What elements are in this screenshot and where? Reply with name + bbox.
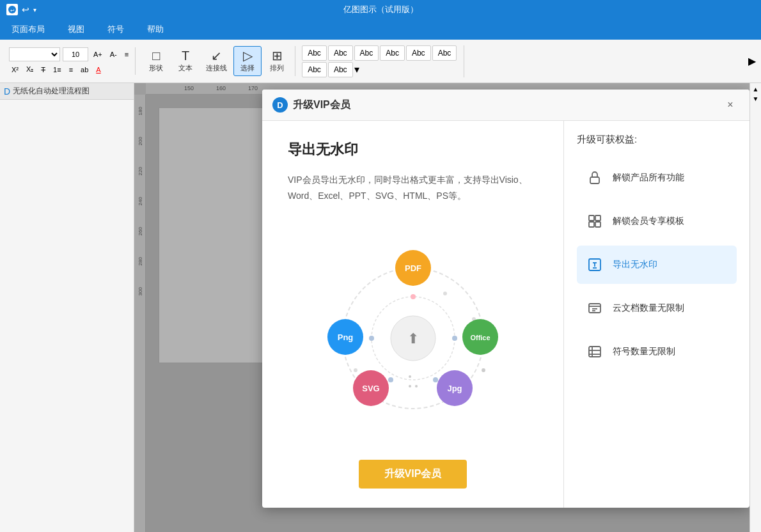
- svg-rect-32: [595, 222, 600, 227]
- shape-btn[interactable]: □ 形状: [142, 47, 170, 75]
- quick-access-undo[interactable]: ↩: [22, 4, 29, 15]
- benefit-symbols-label: 符号数量无限制: [613, 346, 675, 357]
- abc-btn-1[interactable]: Abc: [302, 45, 327, 61]
- vip-modal: D 升级VIP会员 × 导出无水印 VIP会员导出无水印，同时导出格式更丰富，支…: [262, 90, 749, 508]
- strikethrough-btn[interactable]: T: [38, 65, 48, 75]
- font-color-btn[interactable]: A: [93, 65, 103, 75]
- svg-text:SVG: SVG: [362, 384, 379, 393]
- arrange-label: 排列: [270, 63, 284, 73]
- modal-left-section: 导出无水印 VIP会员导出无水印，同时导出格式更丰富，支持导出Visio、Wor…: [262, 121, 564, 508]
- modal-logo: D: [272, 97, 288, 113]
- abc-btn-8[interactable]: Abc: [328, 62, 353, 77]
- quick-access-arrow[interactable]: ▾: [33, 6, 36, 13]
- modal-logo-text: D: [277, 100, 283, 110]
- diagram-svg: ⬆: [317, 236, 509, 428]
- modal-right-section: 升级可获权益: 解锁产品所有功能: [564, 121, 749, 508]
- ab-btn[interactable]: ab: [78, 65, 91, 75]
- scroll-down[interactable]: ▼: [753, 95, 759, 102]
- scrollbar-area: ▲ ▼: [750, 83, 761, 102]
- arrange-icon: ⊞: [272, 49, 283, 62]
- svg-point-6: [411, 294, 416, 299]
- select-label: 选择: [240, 63, 255, 73]
- abc-btn-2[interactable]: Abc: [328, 45, 353, 61]
- benefit-unlock-all[interactable]: 解锁产品所有功能: [577, 159, 737, 197]
- abc-group: Abc Abc Abc Abc Abc Abc Abc Abc ▾: [298, 45, 464, 77]
- superscript-btn[interactable]: X²: [9, 65, 21, 75]
- svg-rect-29: [589, 215, 594, 221]
- font-row-1: A+ A- ≡: [9, 47, 131, 61]
- abc-btn-7[interactable]: Abc: [302, 62, 327, 77]
- svg-point-9: [388, 377, 393, 382]
- toolbar: A+ A- ≡ X² X₂ T 1≡ ≡ ab A □ 形状 T 文本 ↙: [0, 40, 761, 83]
- tab-label[interactable]: 无纸化自动处理流程图: [13, 86, 90, 97]
- upgrade-vip-btn[interactable]: 升级VIP会员: [359, 460, 467, 489]
- font-size-input[interactable]: [63, 47, 88, 61]
- benefit-symbols[interactable]: 符号数量无限制: [577, 332, 737, 371]
- shape-group: □ 形状 T 文本 ↙ 连接线 ▷ 选择 ⊞ 排列: [138, 46, 295, 76]
- svg-point-24: [482, 368, 485, 372]
- svg-point-10: [369, 336, 374, 341]
- text-btn[interactable]: T 文本: [171, 47, 200, 75]
- toolbar-scroll-right[interactable]: ▶: [748, 55, 756, 67]
- modal-description: VIP会员导出无水印，同时导出格式更丰富，支持导出Visio、Word、Exce…: [288, 172, 538, 204]
- modal-title: 升级VIP会员: [293, 98, 721, 112]
- text-icon: T: [182, 49, 189, 62]
- scroll-up[interactable]: ▲: [753, 86, 759, 93]
- align-btn[interactable]: ≡: [122, 49, 131, 59]
- abc-btn-5[interactable]: Abc: [406, 45, 431, 61]
- svg-rect-38: [589, 347, 600, 357]
- shape-icon: □: [152, 49, 160, 62]
- svg-text:Png: Png: [337, 332, 353, 342]
- font-size-decrease[interactable]: A-: [107, 49, 120, 59]
- export-diagram: ⬆: [288, 223, 538, 441]
- svg-rect-31: [589, 222, 594, 227]
- benefit-cloud[interactable]: 云文档数量无限制: [577, 289, 737, 327]
- benefit-templates-label: 解锁会员专享模板: [613, 215, 684, 227]
- modal-body: 导出无水印 VIP会员导出无水印，同时导出格式更丰富，支持导出Visio、Wor…: [262, 121, 749, 508]
- svg-text:⬆: ⬆: [407, 331, 419, 347]
- shape-label: 形状: [149, 63, 163, 73]
- left-sidebar: D 无纸化自动处理流程图: [0, 83, 134, 532]
- svg-point-13: [354, 368, 357, 372]
- list-unordered-btn[interactable]: ≡: [67, 65, 75, 75]
- title-bar-left: ↩ ↩ ▾: [6, 4, 36, 15]
- export-icon: [584, 254, 605, 275]
- svg-point-7: [452, 336, 457, 341]
- arrange-btn[interactable]: ⊞ 排列: [263, 47, 291, 75]
- abc-btn-4[interactable]: Abc: [380, 45, 405, 61]
- menu-view[interactable]: 视图: [63, 21, 90, 38]
- font-row-2: X² X₂ T 1≡ ≡ ab A: [9, 64, 131, 75]
- subscript-btn[interactable]: X₂: [24, 64, 36, 75]
- svg-point-26: [415, 385, 418, 387]
- canvas-area: 150 160 170 180 200 220 240 260 280 300: [134, 83, 749, 532]
- svg-rect-28: [590, 177, 599, 184]
- connect-icon: ↙: [211, 49, 222, 62]
- modal-close-btn[interactable]: ×: [721, 96, 739, 114]
- tab-header: D 无纸化自动处理流程图: [0, 83, 134, 100]
- cloud-icon: [584, 298, 605, 318]
- svg-point-11: [443, 292, 447, 295]
- font-family-select[interactable]: [9, 47, 60, 61]
- menu-symbols[interactable]: 符号: [102, 21, 129, 38]
- symbols-icon: [584, 341, 605, 362]
- app-icon: ↩: [6, 4, 18, 15]
- menu-page-layout[interactable]: 页面布局: [6, 21, 50, 38]
- font-controls: A+ A- ≡ X² X₂ T 1≡ ≡ ab A: [9, 47, 131, 75]
- benefit-cloud-label: 云文档数量无限制: [613, 302, 684, 314]
- text-label: 文本: [178, 63, 192, 73]
- connect-btn[interactable]: ↙ 连接线: [201, 47, 232, 75]
- menu-help[interactable]: 帮助: [142, 21, 169, 38]
- abc-btn-3[interactable]: Abc: [354, 45, 379, 61]
- main-area: D 无纸化自动处理流程图 150 160 170 180 200 220 240…: [0, 83, 761, 532]
- benefit-export-label: 导出无水印: [613, 259, 657, 270]
- select-btn[interactable]: ▷ 选择: [233, 46, 262, 76]
- svg-point-27: [409, 385, 411, 387]
- font-size-increase[interactable]: A+: [91, 49, 105, 59]
- benefit-templates[interactable]: 解锁会员专享模板: [577, 202, 737, 240]
- list-ordered-btn[interactable]: 1≡: [51, 65, 64, 75]
- abc-more[interactable]: ▾: [354, 63, 359, 75]
- benefit-export[interactable]: 导出无水印: [577, 246, 737, 284]
- abc-btn-6[interactable]: Abc: [432, 45, 457, 61]
- modal-header: D 升级VIP会员 ×: [262, 90, 749, 121]
- right-panel: ▲ ▼: [749, 83, 761, 532]
